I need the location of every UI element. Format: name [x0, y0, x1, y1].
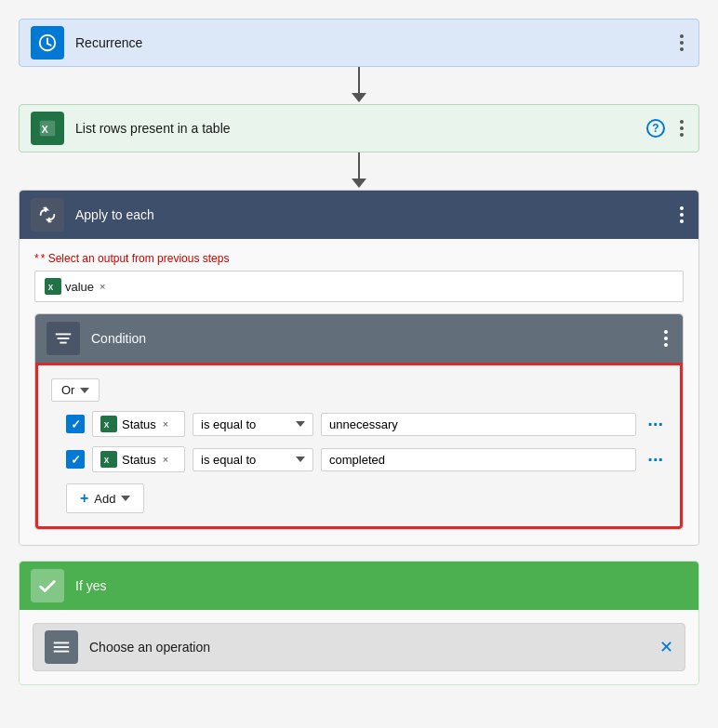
- status-field-1: Status: [122, 417, 156, 431]
- status-excel-icon-1: X: [100, 416, 117, 432]
- status-remove-1[interactable]: ×: [163, 418, 168, 430]
- or-chevron: [80, 388, 89, 393]
- if-yes-header[interactable]: If yes: [20, 562, 698, 610]
- status-excel-icon-2: X: [100, 451, 117, 468]
- tag-excel-icon: X: [45, 278, 61, 295]
- recurrence-icon: [31, 26, 64, 60]
- condition-block: Condition Or: [34, 313, 684, 530]
- operator-select-1[interactable]: is equal to: [193, 413, 313, 436]
- svg-text:X: X: [104, 421, 110, 430]
- value-input-1[interactable]: unnecessary: [321, 413, 636, 436]
- row-2-more-btn[interactable]: ···: [644, 446, 667, 472]
- value-text-2: completed: [329, 453, 385, 467]
- if-yes-body: Choose an operation ✕: [20, 610, 698, 684]
- recurrence-card[interactable]: Recurrence: [19, 19, 699, 67]
- operator-chevron-2: [296, 457, 305, 462]
- checkmark-2: ✓: [71, 453, 81, 467]
- choose-op-title: Choose an operation: [89, 640, 659, 655]
- svg-rect-8: [60, 342, 66, 344]
- checkbox-2[interactable]: ✓: [66, 450, 85, 469]
- recurrence-title: Recurrence: [75, 35, 676, 50]
- if-yes-title: If yes: [75, 578, 687, 593]
- or-dropdown[interactable]: Or: [51, 378, 100, 402]
- operator-chevron-1: [296, 421, 305, 427]
- checkmark-1: ✓: [71, 417, 81, 431]
- choose-op-close[interactable]: ✕: [659, 637, 673, 657]
- condition-more-btn[interactable]: [660, 326, 671, 351]
- list-rows-more-btn[interactable]: [676, 116, 687, 140]
- arrow-1: [352, 67, 366, 104]
- or-label: Or: [61, 383, 74, 397]
- value-tag-container[interactable]: X value ×: [34, 271, 684, 302]
- if-yes-icon: [31, 569, 64, 602]
- recurrence-more-btn[interactable]: [676, 31, 687, 55]
- add-label: Add: [94, 492, 115, 506]
- svg-line-2: [47, 44, 51, 46]
- list-rows-title: List rows present in a table: [75, 121, 646, 136]
- arrow-2: [352, 152, 366, 190]
- select-label: ** Select an output from previous steps: [34, 252, 684, 265]
- flow-canvas: Recurrence X List rows present in a tabl…: [19, 19, 699, 709]
- apply-to-each-body: ** Select an output from previous steps …: [20, 239, 698, 545]
- row-1-more-btn[interactable]: ···: [644, 411, 667, 437]
- apply-to-each-block: Apply to each ** Select an output from p…: [19, 190, 699, 546]
- recurrence-actions: [676, 31, 687, 55]
- apply-more-btn[interactable]: [676, 203, 687, 227]
- status-remove-2[interactable]: ×: [163, 454, 168, 465]
- list-rows-actions: ?: [646, 116, 687, 140]
- value-tag-remove[interactable]: ×: [100, 281, 105, 292]
- svg-text:X: X: [104, 457, 110, 465]
- excel-icon: X: [31, 112, 64, 145]
- help-icon[interactable]: ?: [646, 119, 665, 138]
- status-tag-1[interactable]: X Status ×: [92, 411, 185, 437]
- value-text-1: unnecessary: [329, 417, 398, 431]
- add-chevron: [121, 496, 130, 501]
- status-tag-2[interactable]: X Status ×: [92, 446, 185, 472]
- svg-rect-6: [56, 334, 72, 336]
- status-field-2: Status: [122, 453, 156, 467]
- apply-icon: [31, 198, 64, 232]
- apply-to-each-header[interactable]: Apply to each: [20, 191, 698, 239]
- svg-rect-12: [54, 646, 70, 648]
- svg-text:X: X: [48, 284, 54, 292]
- svg-text:X: X: [42, 124, 49, 135]
- operator-label-2: is equal to: [201, 453, 256, 467]
- plus-icon: +: [80, 490, 88, 507]
- list-rows-card[interactable]: X List rows present in a table ?: [19, 104, 699, 152]
- condition-icon: [47, 322, 80, 355]
- condition-title: Condition: [91, 331, 660, 346]
- svg-rect-11: [54, 642, 70, 644]
- svg-rect-7: [58, 338, 70, 339]
- condition-row-1: ✓ X Status × is equal to: [66, 411, 667, 437]
- operator-select-2[interactable]: is equal to: [193, 448, 313, 471]
- value-input-2[interactable]: completed: [321, 448, 636, 471]
- add-button[interactable]: + Add: [66, 483, 144, 513]
- condition-rows: ✓ X Status × is equal to: [66, 411, 667, 472]
- condition-row-2: ✓ X Status × is equal to: [66, 446, 667, 472]
- value-tag-text: value: [65, 280, 94, 294]
- checkbox-1[interactable]: ✓: [66, 415, 85, 433]
- condition-header[interactable]: Condition: [35, 314, 683, 363]
- svg-rect-13: [54, 651, 70, 653]
- condition-body: Or ✓ X: [35, 363, 683, 529]
- operator-label-1: is equal to: [201, 417, 256, 431]
- choose-op-icon: [45, 630, 78, 664]
- choose-operation-card[interactable]: Choose an operation ✕: [33, 623, 685, 671]
- if-yes-block: If yes Choose an operation ✕: [19, 561, 699, 685]
- apply-to-each-title: Apply to each: [75, 207, 676, 222]
- value-tag: X value ×: [45, 278, 106, 295]
